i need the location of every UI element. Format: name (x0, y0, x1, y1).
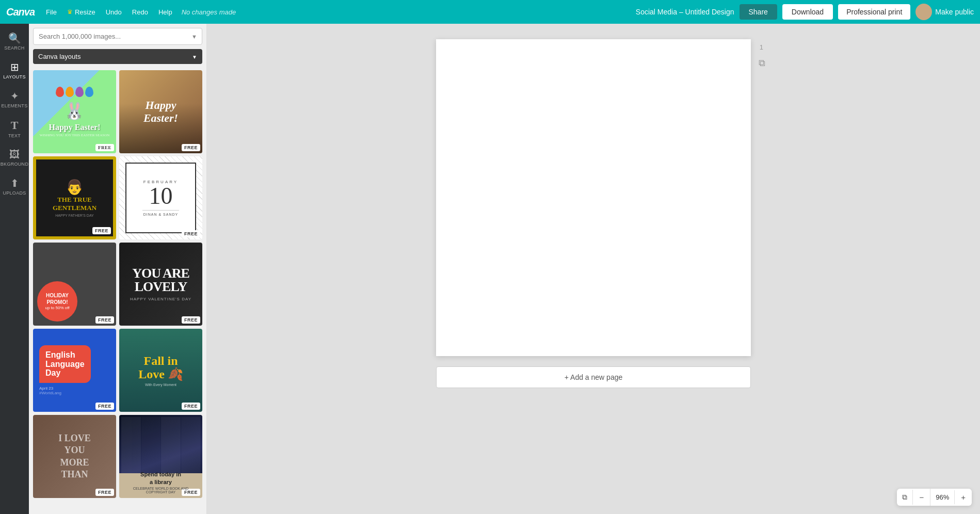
template-title: Happy Easter! (49, 123, 100, 132)
zoom-in-button[interactable]: + (955, 489, 972, 506)
template-hashtag: #WorldLang (39, 391, 61, 395)
template-feb10[interactable]: FEBRUARY 10 DINAN & SANDY FREE (119, 156, 202, 239)
free-badge: FREE (95, 144, 114, 151)
sidebar-label-uploads: UPLOADS (3, 190, 26, 196)
template-subtitle: HAPPY FATHER'S DAY (55, 214, 93, 217)
add-page-button[interactable]: + Add a new page (436, 366, 751, 388)
free-badge: FREE (182, 316, 200, 324)
page-number: 1 (760, 43, 763, 51)
layouts-icon: ⊞ (10, 61, 19, 73)
sidebar-label-elements: ELEMENTS (2, 103, 28, 108)
search-icon: 🔍 (8, 32, 21, 44)
template-title: THE TRUEGENTLEMAN (53, 196, 97, 212)
background-icon: 🖼 (9, 149, 20, 160)
template-gentleman[interactable]: 👨 THE TRUEGENTLEMAN HAPPY FATHER'S DAY F… (33, 156, 116, 239)
sidebar-label-background: BKGROUND (1, 162, 28, 167)
promo-badge: HOLIDAY PROMO! up to 50% off (37, 281, 77, 322)
template-lovely[interactable]: YOU ARELOVELY HAPPY VALENTINE'S DAY FREE (119, 243, 202, 326)
free-badge: FREE (92, 227, 111, 234)
template-easter1[interactable]: 🐰 Happy Easter! WISHING YOU JOY THIS EAS… (33, 70, 116, 153)
egg-icon (85, 87, 93, 97)
canva-logo[interactable]: Canva (6, 6, 35, 18)
sidebar-item-text[interactable]: T TEXT (2, 115, 27, 142)
canvas-area: 1 ⧉ + Add a new page ⧉ − 96% + (207, 24, 980, 514)
sidebar-label-layouts: LAYOUTS (3, 74, 25, 79)
download-button[interactable]: Download (782, 4, 833, 20)
free-badge: FREE (95, 316, 114, 324)
free-badge: FREE (95, 403, 114, 410)
sidebar-item-elements[interactable]: ✦ ELEMENTS (2, 86, 27, 113)
egg-icon (75, 87, 84, 97)
template-easter2[interactable]: HappyEaster! FREE (119, 70, 202, 153)
uploads-icon: ⬆ (10, 177, 19, 189)
professional-print-button[interactable]: Professional print (838, 4, 910, 20)
make-public-button[interactable]: Make public (915, 4, 974, 20)
layout-filter-select[interactable]: Canva layouts My layouts Team layouts (33, 49, 202, 64)
filter-wrapper: Canva layouts My layouts Team layouts ▼ (33, 49, 202, 64)
panel-search-section: ▼ (29, 24, 206, 49)
search-wrapper: ▼ (33, 28, 202, 45)
free-badge: FREE (182, 230, 200, 237)
resize-button[interactable]: ♛ Resize (64, 6, 99, 18)
template-title: Fall inLove 🍂 (138, 354, 183, 381)
easter-eggs-row (56, 87, 93, 97)
zoom-level[interactable]: 96% (930, 490, 955, 504)
text-icon: T (11, 119, 19, 132)
template-subtitle: HAPPY VALENTINE'S DAY (130, 297, 191, 301)
redo-button[interactable]: Redo (129, 6, 151, 18)
sidebar-item-layouts[interactable]: ⊞ LAYOUTS (2, 57, 27, 84)
template-iloveyou[interactable]: I LOVEYOUMORETHAN FREE (33, 415, 116, 498)
free-badge: FREE (182, 144, 200, 151)
main-area: 🔍 SEARCH ⊞ LAYOUTS ✦ ELEMENTS T TEXT 🖼 B… (0, 24, 980, 514)
divider (142, 210, 179, 211)
template-subtitle: WISHING YOU JOY THIS EASTER SEASON (40, 133, 110, 137)
egg-icon (66, 87, 74, 97)
avatar (915, 4, 932, 20)
template-day: 10 (149, 184, 173, 208)
bottom-toolbar: ⧉ − 96% + (897, 489, 972, 506)
sidebar-label-text: TEXT (8, 133, 21, 138)
sidebar-item-uploads[interactable]: ⬆ UPLOADS (2, 173, 27, 200)
topbar-right: Social Media – Untitled Design Share Dow… (636, 4, 974, 20)
copy-page-icon[interactable]: ⧉ (759, 58, 765, 69)
crown-icon: ♛ (67, 8, 73, 15)
search-input[interactable] (33, 28, 202, 45)
template-title: Spend today ina library (123, 471, 198, 486)
template-library[interactable]: Spend today ina library CELEBRATE WORLD … (119, 415, 202, 498)
sidebar-label-search: SEARCH (4, 45, 24, 51)
help-button[interactable]: Help (155, 6, 175, 18)
mustache-icon: 👨 (66, 179, 84, 196)
free-badge: FREE (95, 489, 114, 496)
design-title: Social Media – Untitled Design (636, 8, 734, 16)
canvas-scroll[interactable]: 1 ⧉ + Add a new page (207, 24, 980, 514)
template-english-day[interactable]: EnglishLanguageDay April 23 #WorldLang F… (33, 329, 116, 412)
save-status: No changes made (182, 8, 236, 16)
library-image (119, 415, 202, 473)
filter-bar: Canva layouts My layouts Team layouts ▼ (29, 49, 206, 68)
egg-icon (56, 87, 64, 97)
undo-button[interactable]: Undo (103, 6, 125, 18)
sidebar-item-search[interactable]: 🔍 SEARCH (2, 28, 27, 55)
file-menu[interactable]: File (43, 6, 60, 18)
template-names: DINAN & SANDY (143, 213, 178, 216)
template-subtitle: CELEBRATE WORLD BOOK AND COPYRIGHT DAY (123, 487, 198, 494)
sidebar-item-background[interactable]: 🖼 BKGROUND (2, 144, 27, 171)
template-date: April 23 (39, 386, 53, 391)
speech-bubble: EnglishLanguageDay (39, 345, 91, 383)
template-fall-in-love[interactable]: Fall inLove 🍂 With Every Moment FREE (119, 329, 202, 412)
share-button[interactable]: Share (740, 4, 777, 20)
free-badge: FREE (182, 403, 200, 410)
bunny-icon: 🐰 (64, 101, 85, 121)
template-subtitle: With Every Moment (145, 383, 176, 387)
template-title: YOU ARELOVELY (132, 267, 189, 294)
template-title: I LOVEYOUMORETHAN (58, 432, 91, 481)
template-holiday[interactable]: HOLIDAY PROMO! up to 50% off FREE (33, 243, 116, 326)
panel: ▼ Canva layouts My layouts Team layouts … (29, 24, 207, 514)
templates-grid: 🐰 Happy Easter! WISHING YOU JOY THIS EAS… (29, 68, 206, 514)
zoom-out-button[interactable]: − (913, 489, 930, 506)
template-title: EnglishLanguageDay (45, 350, 85, 378)
canvas-page[interactable]: 1 ⧉ (436, 39, 751, 356)
presentation-icon-button[interactable]: ⧉ (897, 490, 913, 505)
template-title: HappyEaster! (143, 99, 178, 124)
sidebar-icons: 🔍 SEARCH ⊞ LAYOUTS ✦ ELEMENTS T TEXT 🖼 B… (0, 24, 29, 514)
